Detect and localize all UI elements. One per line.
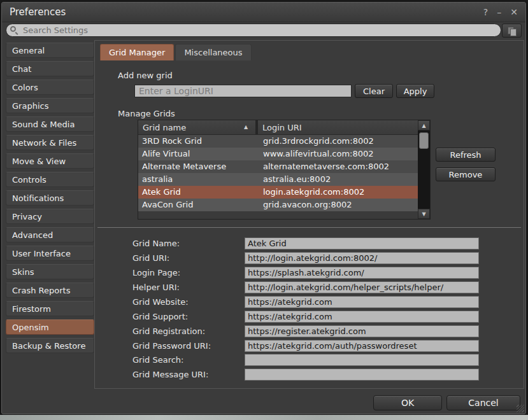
form-row: Grid Website: [95, 296, 524, 309]
desktop-edge [0, 415, 528, 420]
sidebar-item[interactable]: Opensim [6, 319, 94, 335]
field-label: Grid URI: [132, 253, 169, 263]
sidebar-item[interactable]: Graphics [6, 98, 94, 113]
field-label: Grid Search: [132, 355, 183, 365]
sidebar-item[interactable]: Firestorm [6, 301, 94, 316]
sidebar-item-label: Colors [12, 83, 38, 92]
tab[interactable]: Grid Manager [100, 44, 174, 60]
refresh-button[interactable]: Refresh [436, 148, 496, 162]
sidebar-item-label: Notifications [12, 193, 64, 203]
grids-table: Grid name ▲ Login URI 3RD Rock Grid grid… [138, 120, 431, 220]
sidebar-item[interactable]: Advanced [6, 227, 94, 242]
form-row: Grid Search: [95, 354, 524, 367]
sidebar-item-label: Backup & Restore [12, 341, 85, 351]
field-label: Grid Password URI: [132, 341, 211, 351]
column-header-grid-name[interactable]: Grid name ▲ [138, 120, 255, 134]
column-header-login-uri[interactable]: Login URI [258, 120, 418, 134]
form-row: Grid URI: [95, 252, 524, 265]
sidebar-item-label: User Interface [12, 249, 71, 258]
table-row[interactable]: AvaCon Grid grid.avacon.org:8002 [138, 199, 418, 211]
sidebar-item[interactable]: Backup & Restore [6, 338, 94, 353]
content-panel: Grid Manager Miscellaneous Add new grid … [94, 40, 524, 389]
minimize-icon[interactable]: – [497, 8, 501, 17]
search-input[interactable] [6, 24, 501, 37]
sidebar-item[interactable]: Network & Files [6, 135, 94, 150]
sidebar-item[interactable]: Notifications [6, 190, 94, 206]
field-label: Grid Name: [132, 239, 180, 248]
field-label: Login Page: [132, 268, 180, 277]
table-row[interactable]: Alife Virtual www.alifevirtual.com:8002 [138, 148, 418, 160]
form-row: Grid Password URI: [95, 340, 524, 353]
sidebar-item-label: Sound & Media [12, 120, 75, 129]
pages-icon [508, 27, 516, 35]
sidebar-item[interactable]: Controls [6, 172, 94, 187]
field-label: Helper URI: [132, 283, 180, 292]
field-input[interactable] [245, 281, 479, 293]
table-row[interactable]: astralia astralia.eu:8002 [138, 173, 418, 186]
window-title: Preferences [10, 6, 66, 18]
sort-ascending-icon: ▲ [244, 124, 248, 130]
sidebar-item[interactable]: Privacy [6, 209, 94, 224]
sidebar-item[interactable]: Crash Reports [6, 283, 94, 298]
field-input[interactable] [245, 237, 479, 249]
copy-settings-button[interactable] [502, 24, 522, 38]
table-body: 3RD Rock Grid grid.3rdrockgrid.com:8002 … [138, 135, 418, 211]
field-input[interactable] [245, 340, 479, 352]
scroll-down-icon[interactable]: ▼ [418, 209, 430, 219]
sidebar-item[interactable]: Move & View [6, 153, 94, 169]
form-row: Helper URI: [95, 281, 524, 294]
form-row: Grid Message URI: [95, 368, 524, 381]
scroll-up-icon[interactable]: ▲ [418, 120, 430, 130]
sidebar-item-label: Controls [12, 175, 46, 185]
field-input[interactable] [245, 267, 479, 279]
grid-name-cell: astralia [142, 174, 173, 184]
close-icon[interactable]: ✕ [510, 8, 518, 17]
form-row: Grid Registration: [95, 325, 524, 338]
sidebar-item-label: Skins [12, 267, 34, 277]
ok-button[interactable]: OK [373, 395, 442, 410]
sidebar-item-label: General [12, 46, 45, 55]
sidebar-item[interactable]: General [6, 43, 94, 58]
title-bar[interactable]: Preferences ? – ✕ [2, 3, 525, 22]
loginuri-input[interactable] [134, 85, 352, 97]
sidebar-item-label: Firestorm [12, 304, 51, 314]
cancel-button[interactable]: Cancel [446, 395, 520, 410]
section-divider [97, 227, 521, 228]
sidebar-item[interactable]: User Interface [6, 246, 94, 261]
grid-name-cell: AvaCon Grid [142, 200, 193, 209]
table-row[interactable]: Alternate Metaverse alternatemetaverse.c… [138, 160, 418, 173]
sidebar-item-label: Advanced [12, 230, 53, 240]
sidebar-item[interactable]: Chat [6, 61, 94, 76]
field-input[interactable] [245, 296, 479, 308]
field-input[interactable] [245, 252, 479, 264]
sidebar-item-label: Graphics [12, 101, 48, 111]
sidebar-item-label: Chat [12, 64, 31, 74]
table-row[interactable]: 3RD Rock Grid grid.3rdrockgrid.com:8002 [138, 135, 418, 148]
apply-button[interactable]: Apply [396, 84, 434, 98]
resize-grip[interactable] [517, 405, 524, 412]
sidebar-item[interactable]: Sound & Media [6, 116, 94, 132]
field-label: Grid Registration: [132, 326, 205, 336]
sidebar-item[interactable]: Colors [6, 80, 94, 95]
tab[interactable]: Miscellaneous [175, 44, 251, 60]
search-field-wrap [6, 24, 501, 37]
clear-button[interactable]: Clear [355, 84, 393, 98]
remove-button[interactable]: Remove [436, 167, 496, 181]
sidebar-item-label: Network & Files [12, 138, 76, 148]
sidebar-item[interactable]: Skins [6, 264, 94, 279]
table-scrollbar[interactable]: ▲ ▼ [418, 120, 430, 219]
login-uri-cell: grid.3rdrockgrid.com:8002 [263, 136, 374, 146]
table-row[interactable]: Atek Grid login.atekgrid.com:8002 [138, 186, 418, 199]
search-row [6, 24, 522, 38]
login-uri-cell: alternatemetaverse.com:8002 [263, 162, 389, 171]
manage-grids-label: Manage Grids [118, 109, 175, 118]
field-input[interactable] [245, 354, 479, 366]
field-input[interactable] [245, 368, 479, 381]
scrollbar-thumb[interactable] [419, 132, 429, 149]
login-uri-cell: astralia.eu:8002 [263, 174, 331, 184]
field-input[interactable] [245, 325, 479, 337]
sidebar-item-label: Opensim [12, 323, 49, 332]
help-icon[interactable]: ? [483, 8, 488, 17]
field-input[interactable] [245, 311, 479, 323]
tab-label: Miscellaneous [184, 48, 242, 57]
